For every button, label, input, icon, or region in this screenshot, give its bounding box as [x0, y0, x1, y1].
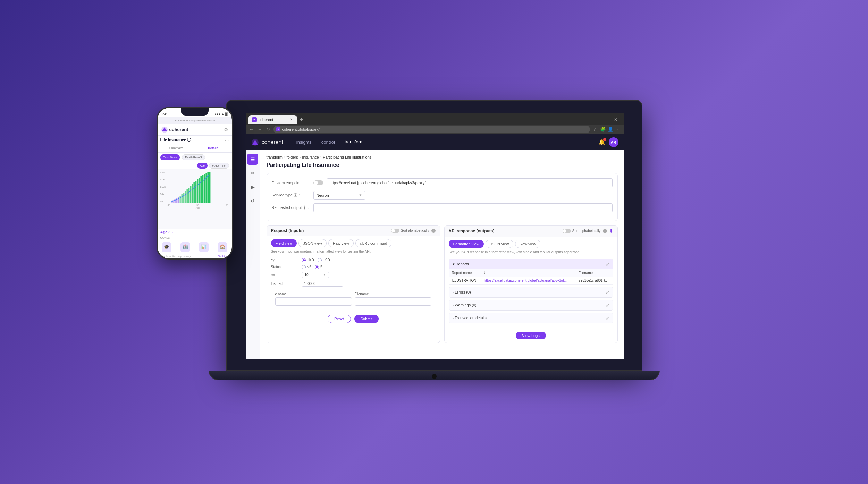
tab-json-view[interactable]: JSON view [298, 239, 326, 247]
file-name-input[interactable] [275, 297, 352, 306]
address-bar[interactable]: ✦ coherent.global/spark/ [273, 126, 590, 133]
sidebar-icon-menu[interactable]: ☰ [247, 154, 258, 165]
field-row-insured: Insured [271, 281, 436, 287]
submit-button[interactable]: Submit [354, 315, 379, 323]
breadcrumb-insurance[interactable]: Insurance [302, 155, 319, 159]
radio-usd[interactable]: USD [318, 258, 330, 262]
app-logo-text: coherent [262, 139, 283, 145]
back-btn[interactable]: ← [248, 126, 255, 133]
warnings-header[interactable]: › Warnings (0) ⤢ [449, 300, 613, 310]
svg-rect-15 [193, 182, 195, 203]
phone-policy-year-btn[interactable]: Policy Year [209, 163, 229, 169]
tab-field-view[interactable]: Field view [271, 239, 297, 247]
radio-hkd[interactable]: HKD [302, 258, 314, 262]
view-logs-button[interactable]: View Logs [516, 332, 546, 339]
phone-age-btn[interactable]: Age [197, 163, 208, 169]
nav-item-control[interactable]: control [317, 134, 340, 150]
tab-json-view-resp[interactable]: JSON view [486, 240, 513, 248]
goal-icon-education[interactable]: 🎓 [162, 242, 171, 252]
field-select-term[interactable]: 10 ▼ [302, 272, 329, 278]
report-url-link[interactable]: https://excel.uat.jp.coherent.global/act… [484, 279, 567, 282]
select-arrow-icon: ▼ [359, 193, 362, 197]
field-label-insured: Insured [271, 282, 299, 286]
reports-controls: ⤢ [606, 262, 609, 267]
goal-icon-home[interactable]: 🏠 [218, 242, 227, 252]
reports-header[interactable]: ▾ Reports ⤢ [449, 259, 613, 269]
svg-rect-21 [204, 174, 205, 203]
svg-rect-18 [199, 178, 200, 203]
browser-active-tab[interactable]: ✦ coherent ✕ [248, 115, 297, 124]
win-maximize-btn[interactable]: □ [606, 117, 611, 122]
breadcrumb-folders[interactable]: folders [287, 155, 298, 159]
transaction-section: › Transaction details ⤢ [449, 313, 613, 323]
breadcrumb-transform[interactable]: transform [267, 155, 283, 159]
custom-endpoint-input[interactable] [327, 178, 613, 187]
svg-rect-17 [197, 179, 198, 203]
request-panel-title: Request (Inputs) [271, 228, 304, 233]
phone-tab-summary[interactable]: Summary [158, 145, 195, 152]
bookmark-icon[interactable]: ☆ [592, 126, 598, 133]
requested-output-input[interactable] [313, 203, 613, 212]
custom-endpoint-toggle[interactable] [313, 180, 323, 185]
service-type-value: Neuron [317, 193, 329, 197]
report-row-1: ILLUSTRATION https://excel.uat.jp.cohere… [449, 277, 613, 284]
refresh-btn[interactable]: ↻ [265, 126, 271, 133]
app-logo-icon [251, 138, 259, 146]
filename-input[interactable] [355, 297, 431, 306]
goal-icon-finance[interactable]: 📊 [199, 242, 209, 252]
sidebar-icon-edit[interactable]: ✏ [247, 168, 258, 179]
tab-raw-view-resp[interactable]: Raw view [515, 240, 540, 248]
tab-formatted-view[interactable]: Formatted view [449, 240, 484, 248]
transaction-expand-icon[interactable]: ⤢ [606, 315, 609, 321]
response-tab-desc: See your API response in a formatted vie… [445, 248, 617, 256]
warnings-expand-icon[interactable]: ⤢ [606, 303, 609, 308]
tab-title: coherent [259, 118, 273, 122]
extension-icon[interactable]: 🧩 [600, 126, 606, 133]
col-url: Url [481, 269, 576, 277]
nav-item-transform[interactable]: transform [340, 134, 369, 150]
phone-disclaimer-link[interactable]: Disclaimer [218, 255, 229, 257]
sidebar-icon-refresh[interactable]: ↺ [247, 195, 258, 206]
response-panel: API response (outputs) Sort alphabetical… [444, 225, 618, 343]
svg-rect-20 [202, 175, 203, 203]
phone-tab-details[interactable]: Details [195, 145, 232, 152]
reset-button[interactable]: Reset [328, 315, 351, 323]
phone-settings-icon[interactable]: ⚙ [224, 127, 228, 133]
requested-output-row: Requested output ⓘ : [272, 203, 613, 212]
radio-s[interactable]: S [315, 265, 322, 269]
new-tab-btn[interactable]: + [297, 115, 306, 124]
radio-group-status: NS S [302, 265, 323, 269]
user-avatar[interactable]: AR [609, 137, 618, 147]
sort-toggle-switch[interactable] [391, 229, 399, 233]
forward-btn[interactable]: → [257, 126, 263, 133]
menu-icon[interactable]: ⋮ [615, 126, 621, 133]
phone-death-benefit-btn[interactable]: Death Benefit [182, 154, 205, 160]
errors-header[interactable]: › Errors (0) ⤢ [449, 287, 613, 297]
tab-raw-view[interactable]: Raw view [328, 239, 354, 247]
profile-icon[interactable]: 👤 [607, 126, 614, 133]
radio-ns[interactable]: NS [302, 265, 312, 269]
tab-close-btn[interactable]: ✕ [289, 117, 294, 122]
goal-icon-health[interactable]: 🏥 [180, 242, 190, 252]
phone-logo-icon [161, 126, 168, 133]
sidebar-icon-play[interactable]: ▶ [247, 181, 258, 193]
phone-url-bar[interactable]: https://coherent.global/illustrations [160, 118, 229, 123]
nav-item-insights[interactable]: insights [292, 134, 317, 150]
errors-expand-icon[interactable]: ⤢ [606, 290, 609, 295]
phone-cash-value-btn[interactable]: Cash Value [160, 154, 180, 160]
phone-more-icon[interactable]: ··· [225, 137, 229, 143]
radio-group-currency: HKD USD [302, 258, 330, 262]
field-insured-input[interactable] [302, 281, 343, 287]
sort-toggle-switch-resp[interactable] [563, 229, 571, 233]
win-minimize-btn[interactable]: ─ [598, 117, 604, 122]
win-close-btn[interactable]: ✕ [613, 117, 618, 122]
reports-expand-icon[interactable]: ⤢ [606, 262, 609, 267]
tab-curl-command[interactable]: cURL command [355, 239, 391, 247]
notification-btn[interactable]: 🔔 [598, 139, 605, 145]
request-panel: Request (Inputs) Sort alphabetically [267, 225, 440, 343]
service-type-select[interactable]: Neuron ▼ [313, 191, 365, 200]
download-icon[interactable]: ⬇ [609, 228, 613, 234]
transaction-header[interactable]: › Transaction details ⤢ [449, 313, 613, 323]
x-label-40: 40 [168, 204, 170, 206]
field-select-value: 10 [305, 273, 309, 277]
